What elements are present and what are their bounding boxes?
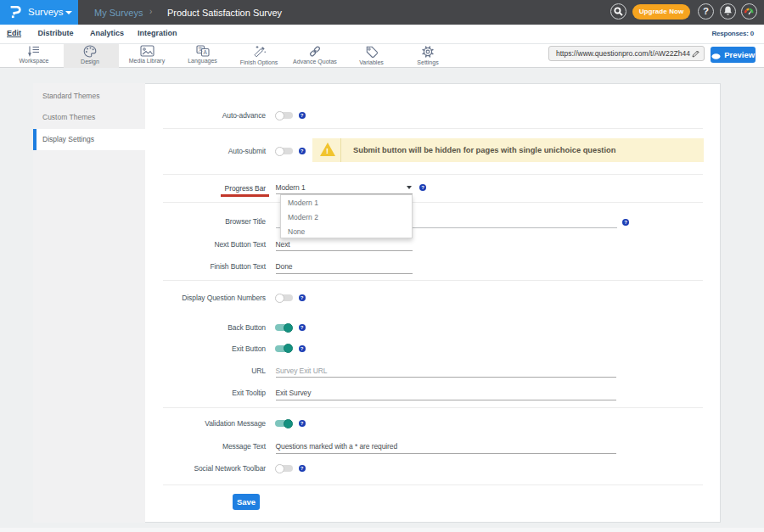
svg-text:文: 文 — [198, 46, 203, 52]
svg-text:A: A — [203, 49, 207, 55]
